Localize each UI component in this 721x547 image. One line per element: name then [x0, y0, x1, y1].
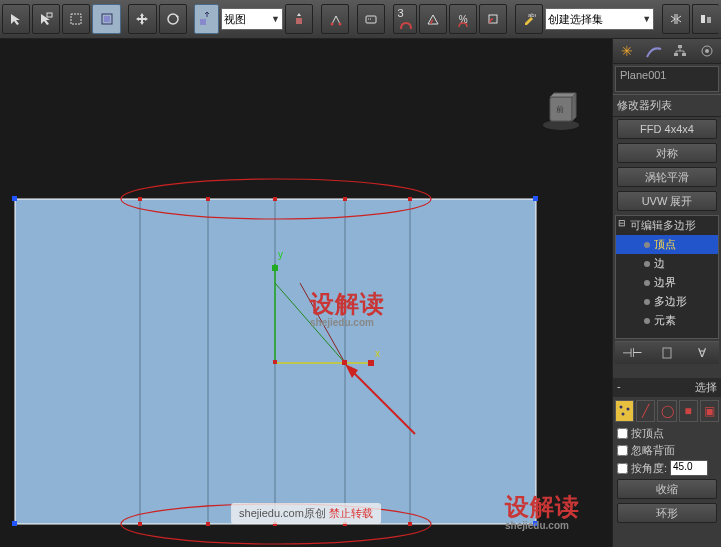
by-angle-row: 按角度: 45.0 — [613, 459, 721, 477]
svg-text:前: 前 — [556, 105, 564, 114]
by-angle-label: 按角度: — [631, 461, 667, 476]
svg-rect-44 — [342, 360, 347, 365]
svg-rect-35 — [408, 522, 412, 526]
mod-uvw-button[interactable]: UVW 展开 — [617, 191, 717, 211]
svg-text:abc: abc — [528, 12, 536, 18]
svg-rect-32 — [206, 522, 210, 526]
ref-coord-dropdown[interactable]: 视图 ▼ — [221, 8, 283, 30]
selection-rollout-header[interactable]: - 选择 — [613, 378, 721, 397]
element-subobj-button[interactable]: ▣ — [700, 400, 719, 422]
create-tab[interactable]: ✳ — [616, 42, 638, 60]
viewcube[interactable]: 前 — [540, 89, 582, 131]
modify-tab[interactable] — [643, 42, 665, 60]
svg-rect-15 — [707, 17, 711, 23]
svg-rect-31 — [138, 522, 142, 526]
hierarchy-tab[interactable] — [669, 42, 691, 60]
by-vertex-label: 按顶点 — [631, 426, 664, 441]
watermark: 设解读 shejiedu.com — [505, 494, 580, 531]
percent-snap-toggle[interactable]: % — [449, 4, 477, 34]
svg-rect-53 — [682, 53, 686, 56]
svg-rect-17 — [12, 196, 17, 201]
ref-coord-toggle[interactable] — [194, 4, 218, 34]
mod-turbosmooth-button[interactable]: 涡轮平滑 — [617, 167, 717, 187]
snap-label: 3 — [398, 7, 404, 19]
command-tabs: ✳ — [613, 39, 721, 64]
vertex-subobj-button[interactable] — [615, 400, 634, 422]
axis-x-label: x — [375, 348, 380, 359]
named-sel-label: 创建选择集 — [548, 12, 603, 27]
mod-symmetry-button[interactable]: 对称 — [617, 143, 717, 163]
move-tool[interactable] — [128, 4, 156, 34]
show-end-result-button[interactable] — [657, 344, 677, 362]
polygon-subobj-button[interactable]: ■ — [679, 400, 698, 422]
by-angle-checkbox[interactable] — [617, 463, 628, 474]
svg-rect-18 — [533, 196, 538, 201]
svg-rect-14 — [701, 15, 705, 23]
svg-rect-39 — [272, 265, 278, 271]
pin-stack-button[interactable]: ⊣⊢ — [622, 344, 642, 362]
spinner-snap-toggle[interactable] — [479, 4, 507, 34]
mirror-tool[interactable] — [662, 4, 690, 34]
modifier-list-label: 修改器列表 — [613, 94, 721, 117]
edge-subobj-button[interactable]: ╱ — [636, 400, 655, 422]
ignore-back-row: 忽略背面 — [613, 442, 721, 459]
mod-ffd-button[interactable]: FFD 4x4x4 — [617, 119, 717, 139]
command-panel: ✳ Plane001 修改器列表 FFD 4x4x4 对称 涡轮平滑 UVW 展… — [612, 39, 721, 547]
align-tool[interactable] — [692, 4, 719, 34]
main-toolbar: 视图 ▼ 3 % abc 创建选择集 ▼ — [0, 0, 721, 39]
svg-point-57 — [619, 406, 622, 409]
edit-named-sel-tool[interactable]: abc — [515, 4, 543, 34]
chevron-down-icon: ▼ — [642, 14, 651, 24]
by-vertex-checkbox[interactable] — [617, 428, 628, 439]
viewport[interactable]: y x 前 设解读 shejiedu.com — [0, 39, 612, 547]
svg-point-58 — [626, 408, 629, 411]
keyboard-shortcut-toggle[interactable] — [357, 4, 385, 34]
angle-snap-toggle[interactable] — [419, 4, 447, 34]
snap-toggle[interactable]: 3 — [393, 4, 417, 34]
watermark-sub: shejiedu.com — [310, 317, 385, 328]
svg-rect-45 — [273, 360, 277, 364]
select-by-name-tool[interactable] — [32, 4, 60, 34]
select-region-tool[interactable] — [62, 4, 90, 34]
svg-rect-28 — [273, 197, 277, 201]
border-subobj-button[interactable]: ◯ — [657, 400, 676, 422]
stack-sub-element[interactable]: 元素 — [616, 311, 718, 330]
ignore-back-checkbox[interactable] — [617, 445, 628, 456]
watermark-text: 设解读 — [310, 291, 385, 317]
select-manipulate-tool[interactable] — [321, 4, 349, 34]
stack-sub-polygon[interactable]: 多边形 — [616, 292, 718, 311]
svg-point-55 — [705, 49, 709, 53]
svg-rect-56 — [663, 348, 671, 358]
shrink-button[interactable]: 收缩 — [617, 479, 717, 499]
svg-rect-51 — [678, 45, 682, 48]
by-vertex-row: 按顶点 — [613, 425, 721, 442]
svg-rect-1 — [71, 14, 81, 24]
object-name-field[interactable]: Plane001 — [615, 66, 719, 92]
angle-spinner[interactable]: 45.0 — [670, 460, 708, 476]
stack-sub-vertex[interactable]: 顶点 — [616, 235, 718, 254]
make-unique-button[interactable]: ∀ — [692, 344, 712, 362]
watermark-text: 设解读 — [505, 494, 580, 520]
svg-point-59 — [621, 413, 624, 416]
svg-rect-5 — [200, 19, 206, 25]
caption-text: shejiedu.com原创 — [239, 507, 329, 519]
select-tool[interactable] — [2, 4, 30, 34]
use-center-tool[interactable] — [285, 4, 313, 34]
named-sel-dropdown[interactable]: 创建选择集 ▼ — [545, 8, 654, 30]
rotate-tool[interactable] — [159, 4, 187, 34]
ring-button[interactable]: 环形 — [617, 503, 717, 523]
svg-point-8 — [338, 23, 341, 26]
svg-rect-19 — [12, 521, 17, 526]
svg-point-4 — [168, 14, 178, 24]
motion-tab[interactable] — [696, 42, 718, 60]
subobject-icons: ╱ ◯ ■ ▣ — [613, 397, 721, 425]
svg-point-7 — [330, 23, 333, 26]
modifier-stack[interactable]: 可编辑多边形 顶点 边 边界 多边形 元素 — [615, 215, 719, 339]
stack-root[interactable]: 可编辑多边形 — [616, 216, 718, 235]
window-crossing-toggle[interactable] — [92, 4, 120, 34]
watermark-sub: shejiedu.com — [505, 520, 580, 531]
svg-rect-27 — [206, 197, 210, 201]
stack-sub-edge[interactable]: 边 — [616, 254, 718, 273]
stack-sub-border[interactable]: 边界 — [616, 273, 718, 292]
caption-red: 禁止转载 — [329, 507, 373, 519]
